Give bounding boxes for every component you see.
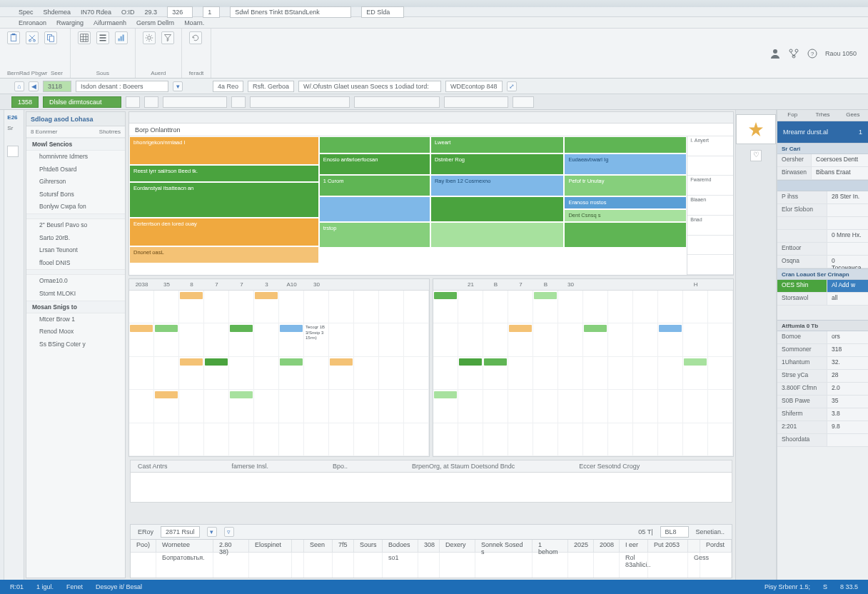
- cal-cell[interactable]: [179, 390, 204, 423]
- cal-cell[interactable]: [204, 357, 229, 390]
- menu-item[interactable]: O:ID: [121, 9, 135, 16]
- tree-item[interactable]: Sarto 20rB.: [26, 232, 125, 245]
- thumbnail[interactable]: [736, 114, 776, 144]
- cal-cell[interactable]: [154, 291, 179, 323]
- rp-section-head[interactable]: [777, 180, 868, 191]
- refresh-icon[interactable]: [189, 31, 202, 44]
- cal-cell[interactable]: [558, 323, 583, 356]
- tree-section[interactable]: Mosan Snigs to: [26, 301, 125, 313]
- info-cell[interactable]: [354, 96, 440, 108]
- treemap-cell[interactable]: Eordanstyal itsatteacn an: [129, 182, 319, 218]
- cal-cell[interactable]: [633, 323, 658, 356]
- bottom-tab[interactable]: Cast Antrs: [138, 463, 168, 470]
- treemap-cell[interactable]: Pefof tr Unutay: [564, 175, 687, 196]
- cal-cell[interactable]: [229, 390, 254, 423]
- cal-cell[interactable]: [354, 291, 379, 323]
- help-icon[interactable]: ?: [807, 48, 818, 59]
- cal-cell[interactable]: [179, 357, 204, 390]
- grid-head-cell[interactable]: Wornetee: [156, 540, 213, 552]
- grid-cell[interactable]: so1: [383, 553, 418, 578]
- calendar-right[interactable]: 21B7B30H: [433, 278, 734, 457]
- rp-row[interactable]: BirwasenBibans Eraat: [777, 167, 868, 180]
- info-cell[interactable]: [513, 96, 534, 108]
- menu-field[interactable]: 1: [203, 6, 220, 18]
- rp-row[interactable]: Shoordata: [777, 434, 868, 447]
- cal-event[interactable]: [330, 358, 353, 366]
- heart-icon[interactable]: ♡: [750, 150, 762, 161]
- cal-cell[interactable]: [558, 423, 583, 456]
- grid-head-cell[interactable]: 2008: [594, 540, 620, 552]
- cal-cell[interactable]: [204, 390, 229, 423]
- lower-tb-field[interactable]: 2871 Rsul: [161, 526, 200, 538]
- home-icon[interactable]: ⌂: [14, 81, 24, 91]
- cal-cell[interactable]: [254, 323, 279, 356]
- cal-cell[interactable]: [558, 390, 583, 423]
- cal-cell[interactable]: [433, 423, 458, 456]
- treemap-cell[interactable]: [430, 222, 565, 248]
- grid-head-cell[interactable]: Sonnek Sosed s: [475, 540, 533, 552]
- grid-cell[interactable]: [475, 553, 533, 578]
- cal-cell[interactable]: [379, 390, 404, 423]
- cal-cell[interactable]: [379, 357, 404, 390]
- cal-event[interactable]: [434, 292, 457, 299]
- cal-cell[interactable]: [129, 423, 154, 456]
- treemap-cell[interactable]: [564, 136, 687, 153]
- rp-row[interactable]: S0B Pawe35: [777, 396, 868, 408]
- cal-cell[interactable]: [379, 291, 404, 323]
- cal-cell[interactable]: [483, 323, 508, 356]
- tree-item[interactable]: Mtcer Brow 1: [26, 313, 125, 326]
- tree-item[interactable]: Omae10.0: [26, 275, 125, 288]
- cal-cell[interactable]: [533, 357, 558, 390]
- left-rail-icon[interactable]: [7, 146, 19, 157]
- rp-row[interactable]: 3.800F Cfmn2.0: [777, 383, 868, 396]
- grid-head-cell[interactable]: 308: [418, 540, 440, 552]
- tree-item[interactable]: Stomt MLOKI: [26, 288, 125, 301]
- grid-head-cell[interactable]: 2025: [568, 540, 594, 552]
- cal-cell[interactable]: [458, 357, 483, 390]
- cal-cell[interactable]: [433, 357, 458, 390]
- cal-cell[interactable]: [508, 291, 533, 323]
- rp-row[interactable]: 0 Mnre Hx.: [777, 230, 868, 243]
- tree-item[interactable]: Bonlyw Cwpa fon: [26, 201, 125, 213]
- cal-cell[interactable]: [404, 357, 429, 390]
- treemap-cell[interactable]: Ray lben 12 Cosrnexno: [430, 175, 565, 196]
- cal-cell[interactable]: [658, 423, 683, 456]
- grid-cell[interactable]: [440, 553, 475, 578]
- cal-cell[interactable]: [129, 291, 154, 323]
- rp-row[interactable]: Osqna0 Тосонанса: [777, 256, 868, 268]
- grid-cell[interactable]: [648, 553, 688, 578]
- grid-cell[interactable]: Rol 83ahlici..: [620, 553, 648, 578]
- cal-cell[interactable]: [658, 390, 683, 423]
- grid-cell[interactable]: Бопратовьтья.: [156, 553, 213, 578]
- cal-cell[interactable]: [154, 423, 179, 456]
- cal-cell[interactable]: [608, 357, 633, 390]
- grid-head-cell[interactable]: Poo): [131, 540, 156, 552]
- branch-icon[interactable]: [788, 48, 799, 59]
- rp-row[interactable]: Strse yCa28: [777, 370, 868, 383]
- cal-cell[interactable]: [708, 357, 733, 390]
- cal-cell[interactable]: [558, 291, 583, 323]
- cal-cell[interactable]: [354, 423, 379, 456]
- menu-item[interactable]: Shdemea: [44, 9, 71, 16]
- cal-cell[interactable]: [279, 323, 304, 356]
- rp-row[interactable]: Sommoner318: [777, 344, 868, 357]
- gear-icon[interactable]: [143, 31, 156, 44]
- cal-cell[interactable]: [633, 291, 658, 323]
- calendar-left[interactable]: 2038358773A1030 Tecogr 1B 3/Snstp 3 15rm…: [128, 278, 430, 457]
- cal-cell[interactable]: [533, 423, 558, 456]
- rp-tab[interactable]: Trhes: [807, 110, 837, 121]
- treemap-cell[interactable]: bhonrigekon/nrnlaad I: [129, 136, 319, 165]
- grid-head-cell[interactable]: 2.80 38): [213, 540, 249, 552]
- grid-cell[interactable]: [533, 553, 568, 578]
- cut-icon[interactable]: [26, 31, 39, 44]
- cal-cell[interactable]: [658, 291, 683, 323]
- qb-path[interactable]: W/.Ofustn Glaet usean Soecs s 1odiad tor…: [298, 81, 441, 92]
- cal-event[interactable]: [155, 325, 178, 332]
- cal-event[interactable]: [230, 391, 253, 398]
- cal-cell[interactable]: [179, 423, 204, 456]
- cal-cell[interactable]: [254, 291, 279, 323]
- cal-cell[interactable]: [379, 323, 404, 356]
- bottom-tab[interactable]: Eccer Sesotnd Crogy: [579, 463, 640, 470]
- grid-cell[interactable]: [354, 553, 383, 578]
- bottom-tab[interactable]: famerse Insl.: [232, 463, 269, 470]
